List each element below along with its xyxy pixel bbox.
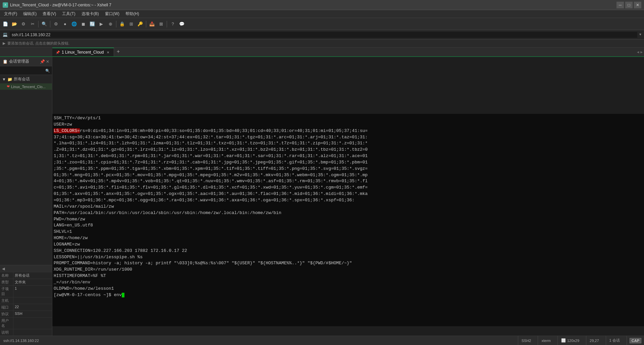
term-line-12: 01;35:*.axv=01;35:*.anx=01;35:*.ogv=01;3… bbox=[54, 191, 643, 197]
term-line-3: 37;41:sg=30;43:ca=30;41:tw=30;42:ow=34;4… bbox=[54, 134, 643, 141]
toolbar-btn16[interactable]: 📥 bbox=[148, 20, 156, 28]
sidebar-title: 会话管理器 bbox=[9, 59, 29, 64]
status-pos-segment: 29,27 bbox=[586, 336, 602, 345]
sidebar-header: 📋 会话管理器 📌 ✕ bbox=[0, 57, 52, 66]
props-row-name: 名称 所有会话 bbox=[0, 272, 52, 279]
minimize-button[interactable]: ─ bbox=[616, 2, 624, 8]
props-val-host bbox=[13, 297, 52, 304]
term-line-25: HISTTIMEFORMAT=%F %T bbox=[54, 273, 643, 279]
props-key-name: 名称 bbox=[0, 272, 13, 279]
props-val-note bbox=[13, 329, 52, 336]
address-input[interactable] bbox=[10, 32, 637, 38]
toolbar-help[interactable]: ? bbox=[169, 20, 177, 28]
toolbar-sep2 bbox=[50, 21, 50, 27]
toolbar-btn14[interactable]: ⊞ bbox=[127, 20, 135, 28]
sidebar-group-all: ▼ 📁 所有会话 ❤ Linux_Tencent_Clo... bbox=[0, 75, 52, 90]
address-bar-icon: 💻 bbox=[3, 32, 8, 37]
term-line-5: .Z=01;31:*.dz=01;31:*.gz=01;31:*.lrz=01;… bbox=[54, 147, 643, 153]
term-prompt: [zw@VM-0-17-centos ~]$ env bbox=[54, 292, 643, 298]
sidebar-item-label: Linux_Tencent_Clo... bbox=[11, 85, 46, 89]
toolbar-btn12[interactable]: ⊕ bbox=[106, 20, 114, 28]
status-address: ssh://1.14.138.160:22 bbox=[0, 339, 515, 343]
toolbar-sep4 bbox=[146, 21, 146, 27]
maximize-button[interactable]: □ bbox=[625, 2, 633, 8]
status-term-label: xterm bbox=[541, 339, 551, 343]
props-key-user: 用户名 bbox=[0, 318, 13, 329]
tab-scroll-left[interactable]: ◀ bbox=[637, 50, 639, 54]
toolbar-open[interactable]: 📂 bbox=[10, 20, 18, 28]
tab-linux-tencent[interactable]: 📌 1 Linux_Tencent_Cloud ✕ bbox=[52, 48, 114, 56]
menu-tools[interactable]: 工具(T) bbox=[59, 10, 78, 17]
close-button[interactable]: ✕ bbox=[634, 2, 641, 8]
sidebar-group-label: 所有会话 bbox=[14, 76, 30, 82]
toolbar-btn13[interactable]: 🔒 bbox=[118, 20, 126, 28]
sidebar-session-icon: 📋 bbox=[3, 59, 8, 64]
term-line-9: 01;35:*.mng=01;35:*.pcx=01;35:*.mov=01;3… bbox=[54, 172, 643, 179]
props-val-type: 文件夹 bbox=[13, 279, 52, 285]
sidebar-item-linux[interactable]: ❤ Linux_Tencent_Clo... bbox=[0, 83, 52, 90]
tab-bar: 📌 1 Linux_Tencent_Cloud ✕ + ◀ ▶ bbox=[0, 48, 644, 57]
tab-close-button[interactable]: ✕ bbox=[106, 50, 110, 55]
menu-edit[interactable]: 编辑(E) bbox=[20, 10, 39, 17]
term-line-19: HOME=/home/zw bbox=[54, 235, 643, 242]
session-note: ▶ 要添加当前会话, 点击左侧的箭头按钮. bbox=[0, 40, 644, 48]
sidebar-panel: 📋 会话管理器 📌 ✕ 🔍 ▼ 📁 所有会话 ❤ Linux_Ten bbox=[0, 57, 52, 336]
menu-view[interactable]: 查看(V) bbox=[40, 10, 59, 17]
menu-tabs[interactable]: 选项卡(B) bbox=[79, 10, 102, 17]
terminal-area[interactable]: SSH_TTY=/dev/pts/1 USER=zw LS_COLORS=rs=… bbox=[52, 114, 644, 326]
status-pos-label: 29,27 bbox=[590, 339, 599, 343]
sidebar-group-all-header[interactable]: ▼ 📁 所有会话 bbox=[0, 75, 52, 83]
toolbar-btn4[interactable]: ✂ bbox=[29, 20, 37, 28]
term-line-21: SSH_CONNECTION=120.227.166.203 17882 172… bbox=[54, 248, 643, 254]
term-highlight-ls: LS_COLORS= bbox=[54, 128, 80, 133]
tab-add-button[interactable]: + bbox=[114, 48, 122, 56]
sidebar-pin-icon[interactable]: 📌 bbox=[40, 59, 45, 64]
menu-bar: 文件(F) 编辑(E) 查看(V) 工具(T) 选项卡(B) 窗口(W) 帮助(… bbox=[0, 10, 644, 18]
toolbar-new-session[interactable]: 📄 bbox=[1, 20, 9, 28]
term-line-ls-colors: LS_COLORS=rs=0:di=01;34:ln=01;36:mh=00:p… bbox=[54, 128, 643, 134]
term-line-1: USER=zw bbox=[54, 122, 643, 128]
sidebar-item-heart-icon: ❤ bbox=[7, 84, 10, 89]
sidebar-close-icon[interactable]: ✕ bbox=[46, 59, 49, 64]
props-key-type: 类型 bbox=[0, 279, 13, 285]
props-val-user bbox=[13, 318, 52, 329]
toolbar-btn9[interactable]: ◼ bbox=[79, 20, 87, 28]
props-row-user: 用户名 bbox=[0, 317, 52, 329]
toolbar-btn5[interactable]: 🔍 bbox=[40, 20, 48, 28]
toolbar-btn3[interactable]: ⚙ bbox=[19, 20, 28, 28]
term-line-4: *.lha=01;31:*.lz4=01;31:*.lzh=01;31:*.lz… bbox=[54, 140, 643, 147]
status-size-icon: ⬜ bbox=[561, 338, 566, 343]
status-sessions-segment: 1 会话 bbox=[606, 336, 623, 345]
term-line-15: PATH=/usr/local/bin:/usr/bin:/usr/local/… bbox=[54, 210, 643, 216]
props-toggle-btn[interactable]: ◀ bbox=[0, 265, 52, 272]
address-dropdown-icon[interactable]: ▼ bbox=[639, 33, 641, 37]
props-chevron-icon: ◀ bbox=[2, 267, 5, 271]
toolbar-btn6[interactable]: ⚙ bbox=[52, 20, 60, 28]
layout-wrapper: 📋 会话管理器 📌 ✕ 🔍 ▼ 📁 所有会话 ❤ Linux_Ten bbox=[0, 57, 644, 336]
toolbar-btn15[interactable]: 🔑 bbox=[136, 20, 144, 28]
props-row-subitems: 子项目 1 bbox=[0, 285, 52, 297]
term-line-10: 4=01;35:*.m4v=01;35:*.mp4v=01;35:*.vob=0… bbox=[54, 178, 643, 185]
toolbar-btn8[interactable]: 🌐 bbox=[70, 20, 78, 28]
toolbar-btn10[interactable]: 🔄 bbox=[88, 20, 96, 28]
menu-file[interactable]: 文件(F) bbox=[1, 10, 20, 17]
tab-scroll-right[interactable]: ▶ bbox=[640, 50, 643, 54]
menu-help[interactable]: 帮助(H) bbox=[123, 10, 142, 17]
term-line-17: LANG=en_US.utf8 bbox=[54, 222, 643, 229]
props-row-host: 主机 bbox=[0, 297, 52, 304]
toolbar-btn11[interactable]: ▶ bbox=[97, 20, 105, 28]
props-key-subitems: 子项目 bbox=[0, 286, 13, 297]
app-icon: X bbox=[3, 2, 8, 8]
props-row-port: 端口 22 bbox=[0, 304, 52, 310]
props-key-port: 端口 bbox=[0, 304, 13, 310]
menu-window[interactable]: 窗口(W) bbox=[102, 10, 122, 17]
toolbar-btn17[interactable]: ⊠ bbox=[157, 20, 165, 28]
toolbar-btn7[interactable]: ● bbox=[61, 20, 69, 28]
sidebar-search-input[interactable] bbox=[0, 66, 52, 75]
status-bar: ssh://1.14.138.160:22 SSH2 xterm ⬜ 120x2… bbox=[0, 336, 644, 345]
term-line-23: PROMPT_COMMAND=history -a; history -a; p… bbox=[54, 260, 643, 267]
status-cap-segment: CAP bbox=[627, 336, 644, 345]
properties-panel: ◀ 名称 所有会话 类型 文件夹 子项目 1 主机 端口 22 bbox=[0, 265, 52, 336]
toolbar-chat[interactable]: 💬 bbox=[178, 20, 186, 28]
props-key-proto: 协议 bbox=[0, 311, 13, 317]
